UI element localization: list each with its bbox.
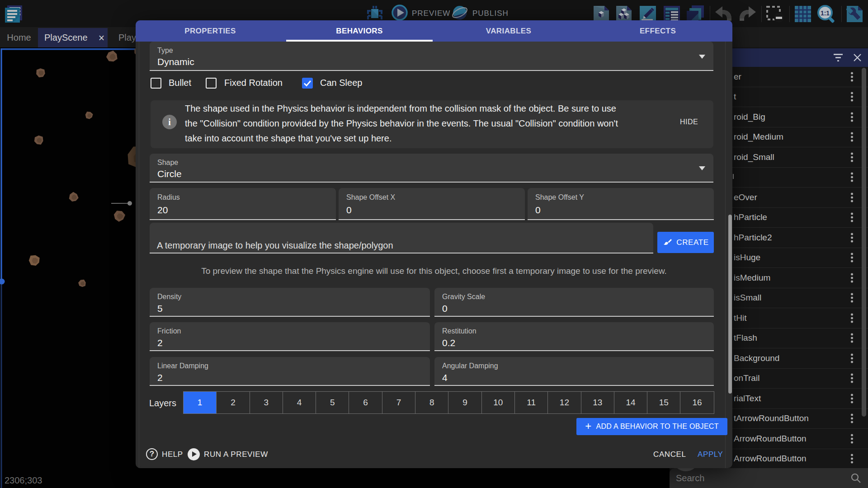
filter-icon[interactable] <box>834 54 843 61</box>
gravity-scale-label: Gravity Scale <box>442 293 485 301</box>
layer-cell-3[interactable]: 3 <box>250 392 283 413</box>
kebab-menu-icon[interactable] <box>851 394 853 403</box>
kebab-menu-icon[interactable] <box>851 414 853 423</box>
info-icon: i <box>162 115 177 129</box>
kebab-menu-icon[interactable] <box>851 353 853 363</box>
radius-value: 20 <box>157 205 168 216</box>
kebab-menu-icon[interactable] <box>851 72 853 81</box>
hide-button[interactable]: HIDE <box>680 118 698 126</box>
layer-cell-15[interactable]: 15 <box>647 392 680 413</box>
tab-close-icon[interactable]: × <box>99 33 104 42</box>
dialog-tab-behaviors[interactable]: BEHAVIORS <box>285 20 434 42</box>
kebab-menu-icon[interactable] <box>851 152 853 162</box>
debugger-icon[interactable] <box>846 5 863 23</box>
objects-panel-scrollbar[interactable] <box>862 68 866 417</box>
chevron-down-icon <box>699 166 705 170</box>
layer-cell-1[interactable]: 1 <box>184 392 217 413</box>
restitution-field[interactable]: Restitution 0.2 <box>434 322 714 351</box>
kebab-menu-icon[interactable] <box>851 333 853 343</box>
layer-cell-12[interactable]: 12 <box>548 392 581 413</box>
shape-offset-x-field[interactable]: Shape Offset X 0 <box>339 188 525 220</box>
project-manager-icon[interactable] <box>5 5 24 24</box>
preview-hint-text: To preview the shape that the Physics en… <box>136 266 732 276</box>
undo-icon[interactable] <box>714 6 733 21</box>
deselect-icon[interactable] <box>766 5 784 23</box>
zoom-1-1-icon[interactable]: 1:1 <box>816 5 836 23</box>
preview-icon[interactable] <box>392 5 408 21</box>
shape-offset-y-field[interactable]: Shape Offset Y 0 <box>528 188 714 220</box>
layer-cell-7[interactable]: 7 <box>382 392 415 413</box>
apply-button[interactable]: APPLY <box>698 450 723 459</box>
kebab-menu-icon[interactable] <box>851 253 853 263</box>
layer-cell-11[interactable]: 11 <box>515 392 548 413</box>
shape-select[interactable]: Shape Circle <box>150 154 713 183</box>
grid-icon[interactable] <box>794 5 811 23</box>
object-name: eOver <box>734 192 757 202</box>
can-sleep-checkbox[interactable] <box>302 78 313 89</box>
layer-cell-5[interactable]: 5 <box>316 392 349 413</box>
layer-cell-4[interactable]: 4 <box>283 392 316 413</box>
shape-offset-x-label: Shape Offset X <box>346 193 395 202</box>
gizmo-handle[interactable] <box>127 201 132 206</box>
redo-icon[interactable] <box>738 6 757 21</box>
kebab-menu-icon[interactable] <box>851 293 853 303</box>
layer-cell-13[interactable]: 13 <box>581 392 614 413</box>
temp-image-placeholder: A temporary image to help you visualize … <box>157 240 393 251</box>
dialog-tab-variables[interactable]: VARIABLES <box>434 20 583 42</box>
friction-field[interactable]: Friction 2 <box>150 322 430 351</box>
close-panel-icon[interactable] <box>854 54 861 61</box>
gravity-scale-field[interactable]: Gravity Scale 0 <box>434 288 714 317</box>
search-bar[interactable]: Search <box>670 468 868 488</box>
dialog-scrollbar[interactable] <box>728 215 732 394</box>
kebab-menu-icon[interactable] <box>851 132 853 142</box>
kebab-menu-icon[interactable] <box>851 454 853 464</box>
layer-selector: 12345678910111213141516 <box>183 391 714 414</box>
kebab-menu-icon[interactable] <box>851 173 853 182</box>
kebab-menu-icon[interactable] <box>851 112 853 122</box>
selection-handle-dot[interactable] <box>0 279 5 285</box>
info-line: the "Collision" condition provided by th… <box>185 118 618 129</box>
layer-cell-16[interactable]: 16 <box>680 392 713 413</box>
add-behavior-label: ADD A BEHAVIOR TO THE OBJECT <box>596 422 719 431</box>
dialog-tab-effects[interactable]: EFFECTS <box>583 20 732 42</box>
layer-cell-6[interactable]: 6 <box>349 392 382 413</box>
preview-button[interactable]: PREVIEW <box>412 9 450 17</box>
add-behavior-button[interactable]: + ADD A BEHAVIOR TO THE OBJECT <box>576 418 727 435</box>
layer-cell-2[interactable]: 2 <box>217 392 250 413</box>
run-preview-button[interactable]: RUN A PREVIEW <box>204 450 268 459</box>
help-icon[interactable]: ? <box>146 448 158 460</box>
tab-playscene[interactable]: PlayScene × <box>38 28 108 47</box>
create-button[interactable]: CREATE <box>657 232 714 253</box>
cursor-coordinates: 2306;303 <box>5 475 42 486</box>
kebab-menu-icon[interactable] <box>851 434 853 443</box>
layer-cell-9[interactable]: 9 <box>448 392 481 413</box>
type-select[interactable]: Type Dynamic <box>150 42 713 71</box>
layer-cell-8[interactable]: 8 <box>415 392 448 413</box>
search-input[interactable]: Search <box>676 473 704 483</box>
cancel-button[interactable]: CANCEL <box>653 450 686 459</box>
kebab-menu-icon[interactable] <box>851 192 853 202</box>
run-preview-icon[interactable] <box>188 448 200 460</box>
kebab-menu-icon[interactable] <box>851 213 853 222</box>
layer-cell-10[interactable]: 10 <box>482 392 515 413</box>
kebab-menu-icon[interactable] <box>851 374 853 383</box>
density-field[interactable]: Density 5 <box>150 288 430 317</box>
publish-icon[interactable] <box>451 5 468 21</box>
density-value: 5 <box>157 303 163 314</box>
linear-damping-field[interactable]: Linear Damping 2 <box>150 357 430 386</box>
radius-field[interactable]: Radius 20 <box>150 188 336 220</box>
restitution-label: Restitution <box>442 327 476 335</box>
debug-icon[interactable] <box>364 5 384 21</box>
kebab-menu-icon[interactable] <box>851 273 853 282</box>
kebab-menu-icon[interactable] <box>851 92 853 102</box>
tab-home[interactable]: Home <box>0 28 38 47</box>
kebab-menu-icon[interactable] <box>851 313 853 323</box>
bullet-checkbox[interactable] <box>151 78 161 89</box>
layer-cell-14[interactable]: 14 <box>614 392 647 413</box>
dialog-tab-properties[interactable]: PROPERTIES <box>136 20 285 42</box>
publish-button[interactable]: PUBLISH <box>472 9 509 17</box>
angular-damping-field[interactable]: Angular Damping 4 <box>434 357 714 386</box>
help-button[interactable]: HELP <box>162 450 183 459</box>
kebab-menu-icon[interactable] <box>851 233 853 242</box>
fixed-rotation-checkbox[interactable] <box>206 78 217 89</box>
